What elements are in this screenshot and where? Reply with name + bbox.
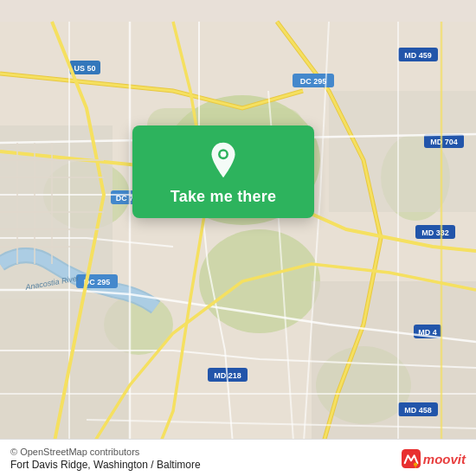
- location-name: Fort Davis Ridge, Washington / Baltimore: [10, 459, 201, 471]
- svg-rect-9: [0, 299, 130, 454]
- take-me-there-button[interactable]: Take me there: [170, 188, 276, 206]
- svg-point-2: [199, 229, 320, 333]
- svg-text:DC 295: DC 295: [300, 77, 327, 86]
- action-button-container[interactable]: Take me there: [132, 125, 314, 218]
- svg-rect-10: [329, 91, 476, 212]
- attribution-text: © OpenStreetMap contributors: [10, 447, 201, 457]
- moovit-brand-text: moovit: [423, 452, 466, 466]
- map-background: DC 295 US 50 MD 459 MD 704 MD 332 MD 4 M…: [0, 0, 476, 476]
- svg-text:MD 459: MD 459: [404, 51, 432, 60]
- svg-text:MD 458: MD 458: [404, 406, 432, 415]
- svg-point-42: [221, 151, 227, 158]
- svg-rect-43: [402, 449, 421, 468]
- svg-text:MD 332: MD 332: [421, 228, 449, 237]
- location-pin-icon: [204, 141, 242, 179]
- moovit-logo: moovit: [402, 449, 466, 468]
- svg-text:MD 704: MD 704: [430, 138, 458, 146]
- bottom-left-info: © OpenStreetMap contributors Fort Davis …: [10, 447, 201, 471]
- moovit-icon: [402, 449, 421, 468]
- svg-point-44: [414, 462, 417, 466]
- bottom-bar: © OpenStreetMap contributors Fort Davis …: [0, 439, 476, 476]
- svg-text:US 50: US 50: [74, 64, 95, 73]
- map-container: DC 295 US 50 MD 459 MD 704 MD 332 MD 4 M…: [0, 0, 476, 476]
